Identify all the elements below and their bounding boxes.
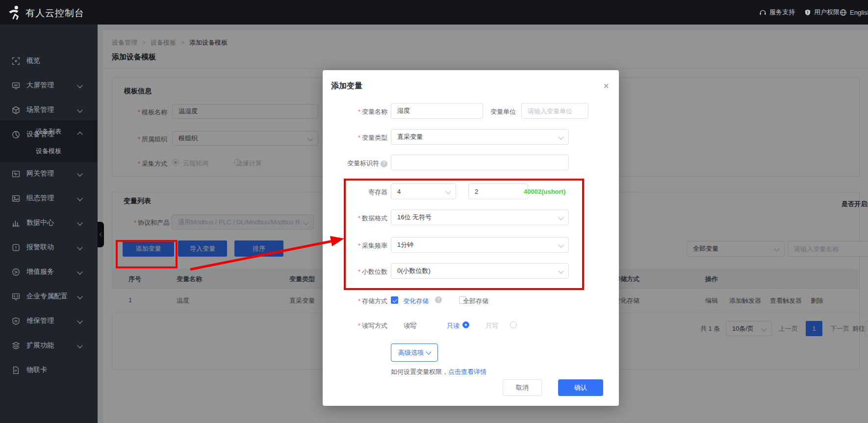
value-added-icon (12, 268, 20, 276)
required-marker: * (358, 242, 360, 249)
required-marker: * (358, 108, 360, 115)
sidebar-item-device-template[interactable]: 设备模板 (0, 144, 98, 159)
sidebar-item-device-list[interactable]: 设备列表 (0, 124, 98, 139)
var-name-input[interactable] (391, 103, 483, 119)
chevron-down-icon (426, 349, 431, 354)
support-menu-item[interactable]: 服务支持 (759, 0, 795, 25)
sidebar-item-gateway-mgmt[interactable]: 网关管理 (0, 165, 98, 183)
confirm-label: 确认 (574, 383, 587, 392)
data-format-select[interactable]: 16位 无符号 (391, 210, 569, 225)
rw-mode-label: *读写方式 (323, 321, 387, 330)
read-only-label[interactable]: 只读 (447, 321, 460, 330)
chevron-down-icon (558, 214, 563, 220)
usr-cloud-logo-icon (6, 4, 22, 20)
cancel-button[interactable]: 取消 (503, 379, 542, 396)
var-unit-input[interactable] (521, 103, 588, 119)
chevron-down-icon (77, 244, 82, 250)
chevron-down-icon (558, 268, 563, 273)
read-only-radio[interactable] (462, 321, 469, 328)
top-header-bar: 有人云控制台 服务支持 用户权限 English (0, 0, 868, 25)
chevron-down-icon (77, 269, 82, 274)
overview-icon (12, 57, 20, 65)
chevron-down-icon (445, 188, 451, 194)
var-type-label: *变量类型 (323, 133, 387, 142)
sidebar-item-overview[interactable]: 概览 (0, 52, 98, 70)
sidebar-item-scada-mgmt[interactable]: 组态管理 (0, 189, 98, 207)
decimal-value: 0(小数位数) (397, 266, 431, 275)
decimal-select[interactable]: 0(小数位数) (391, 263, 569, 279)
sidebar-item-iot-card[interactable]: 物联卡 (0, 361, 98, 379)
enterprise-config-icon (12, 292, 20, 301)
sidebar-item-label: 报警联动 (26, 243, 54, 252)
write-only-radio[interactable] (510, 321, 517, 328)
sidebar-item-label: 数据中心 (26, 218, 54, 227)
support-label: 服务支持 (769, 8, 795, 17)
sidebar-item-maintenance[interactable]: 维保管理 (0, 312, 98, 330)
permission-detail-link[interactable]: 点击查看详情 (448, 368, 486, 375)
language-label: English (850, 9, 868, 16)
bar-chart-icon (12, 219, 20, 227)
read-write-label[interactable]: 读写 (404, 321, 416, 330)
all-storage-label[interactable]: 全部存储 (463, 297, 488, 306)
register-type-value: 4 (397, 188, 401, 195)
register-label: 寄存器 (323, 188, 387, 197)
sidebar-item-value-added[interactable]: 增值服务 (0, 263, 98, 281)
frequency-select[interactable]: 1分钟 (391, 237, 569, 253)
sidebar-item-screen-mgmt[interactable]: 大屏管理 (0, 77, 98, 94)
chevron-down-icon (77, 343, 82, 348)
chevron-down-icon (77, 220, 82, 225)
register-type-select[interactable]: 4 (391, 184, 456, 199)
close-icon[interactable]: × (603, 81, 609, 91)
app-title: 有人云控制台 (26, 7, 84, 20)
change-storage-checkbox[interactable] (391, 296, 398, 304)
register-address-hint: 40002(ushort) (524, 188, 565, 195)
change-storage-label[interactable]: 变化存储 (403, 297, 429, 306)
register-address-input[interactable] (468, 184, 528, 199)
sidebar-nav: 概览 大屏管理 场景管理 设备管理 设备列表 设备模板 网关管理 (0, 25, 98, 423)
required-marker: * (358, 322, 360, 329)
data-format-value: 16位 无符号 (397, 213, 432, 222)
chevron-down-icon (558, 242, 563, 247)
advanced-options-label: 高级选项 (398, 348, 424, 357)
var-identifier-label: 变量标识符? (323, 159, 387, 168)
advanced-options-button[interactable]: 高级选项 (391, 344, 438, 362)
big-screen-icon (12, 81, 20, 90)
submenu-item-label: 设备模板 (36, 147, 61, 156)
headset-icon (759, 9, 766, 16)
chevron-down-icon (558, 134, 563, 139)
gateway-icon (12, 170, 20, 178)
permissions-label: 用户权限 (814, 8, 840, 17)
language-menu-item[interactable]: English (840, 0, 868, 25)
sidebar-item-data-center[interactable]: 数据中心 (0, 214, 98, 232)
add-variable-dialog: 添加变量 × *变量名称 变量单位 *变量类型 直采变量 变量标识符? 寄存器 … (323, 70, 619, 406)
sidebar-item-label: 大屏管理 (26, 81, 54, 90)
var-unit-label: 变量单位 (490, 107, 516, 116)
sidebar-item-extensions[interactable]: 扩展功能 (0, 337, 98, 354)
var-name-label: *变量名称 (323, 107, 387, 116)
scene-cube-icon (12, 106, 20, 114)
chevron-down-icon (77, 82, 82, 88)
frequency-value: 1分钟 (397, 240, 413, 249)
sidebar-item-enterprise-config[interactable]: 企业专属配置 (0, 288, 98, 305)
sim-card-icon (12, 366, 20, 374)
var-identifier-input[interactable] (391, 155, 569, 170)
help-icon[interactable]: ? (435, 296, 442, 303)
configuration-image-icon (12, 194, 20, 203)
help-icon[interactable]: ? (381, 160, 387, 167)
confirm-button[interactable]: 确认 (558, 379, 603, 396)
permission-hint: 如何设置变量权限，点击查看详情 (391, 368, 486, 376)
shield-icon (804, 9, 811, 16)
sidebar-item-label: 维保管理 (26, 317, 54, 325)
layers-icon (12, 342, 20, 350)
write-only-label[interactable]: 只写 (485, 321, 498, 330)
sidebar-item-label: 网关管理 (26, 169, 54, 178)
sidebar-item-alarm-linkage[interactable]: 报警联动 (0, 238, 98, 256)
sidebar-item-scene-mgmt[interactable]: 场景管理 (0, 101, 98, 119)
permissions-menu-item[interactable]: 用户权限 (804, 0, 840, 25)
sidebar-item-label: 扩展功能 (26, 341, 54, 350)
chevron-down-icon (77, 107, 82, 112)
globe-icon (840, 9, 847, 16)
decimal-label: *小数位数 (323, 267, 387, 276)
var-type-select[interactable]: 直采变量 (391, 129, 569, 145)
sidebar-item-label: 场景管理 (26, 106, 54, 114)
